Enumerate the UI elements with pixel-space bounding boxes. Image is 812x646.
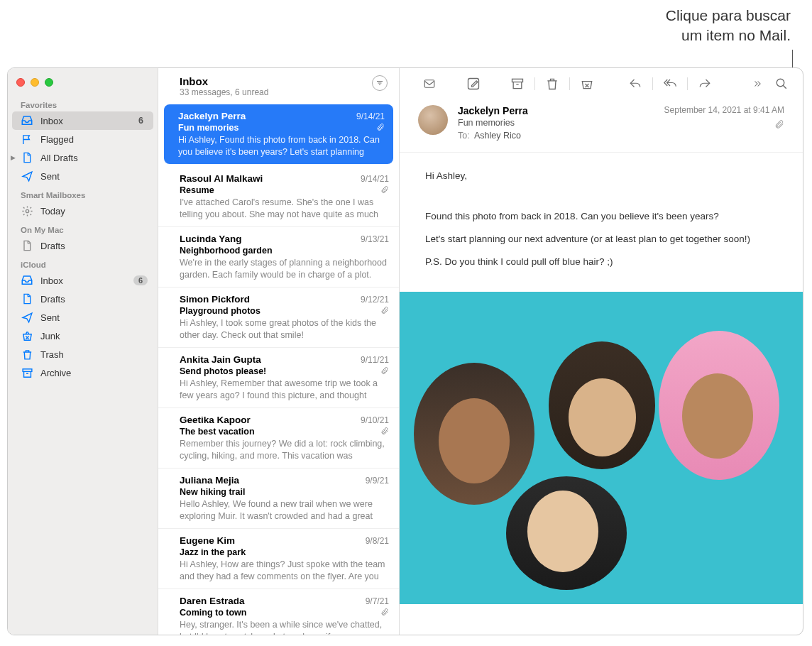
callout-text: Clique para buscar um item no Mail. — [666, 6, 791, 46]
inbox-title: Inbox — [180, 75, 268, 87]
message-date: 9/7/21 — [366, 596, 389, 606]
sidebar-label: Sent — [40, 171, 148, 182]
attached-photo[interactable] — [400, 292, 803, 604]
window-controls — [8, 74, 158, 95]
sidebar-label: All Drafts — [40, 153, 148, 163]
filter-button[interactable] — [372, 75, 388, 91]
sidebar-section-icloud: iCloud — [8, 255, 158, 271]
message-subject: Playground photos — [180, 305, 260, 316]
message-item[interactable]: Geetika Kapoor9/10/21The best vacationRe… — [158, 408, 399, 469]
svg-rect-2 — [424, 80, 434, 88]
sidebar-item-icloud-trash[interactable]: Trash — [8, 345, 158, 363]
message-sender: Lucinda Yang — [180, 234, 242, 244]
sidebar-label: Drafts — [40, 294, 148, 305]
sidebar-label: Flagged — [40, 134, 148, 145]
sidebar-item-all-drafts[interactable]: ▶ All Drafts — [8, 148, 158, 167]
sidebar-item-icloud-sent[interactable]: Sent — [8, 308, 158, 327]
message-item[interactable]: Ankita Jain Gupta9/11/21Send photos plea… — [158, 348, 399, 408]
message-body: Hi Ashley, Found this photo from back in… — [400, 153, 803, 289]
draft-icon — [21, 292, 33, 305]
message-subject: Fun memories — [458, 116, 654, 128]
sidebar-label: Inbox — [40, 116, 131, 126]
message-date: September 14, 2021 at 9:41 AM — [664, 105, 784, 115]
svg-point-0 — [26, 209, 28, 212]
avatar — [418, 105, 448, 135]
message-date: 9/12/21 — [361, 295, 389, 305]
forward-button[interactable] — [695, 75, 715, 92]
sent-icon — [21, 311, 33, 324]
message-subject: Fun memories — [178, 121, 238, 133]
message-item[interactable]: Jackelyn Perra9/14/21Fun memoriesHi Ashl… — [164, 104, 393, 164]
sidebar-item-icloud-drafts[interactable]: Drafts — [8, 290, 158, 308]
sidebar-item-sent[interactable]: Sent — [8, 167, 158, 185]
attachment-icon — [376, 123, 385, 131]
toolbar-separator — [569, 77, 570, 90]
message-sender: Daren Estrada — [180, 596, 245, 606]
message-date-area: September 14, 2021 at 9:41 AM — [664, 105, 784, 131]
reply-button[interactable] — [625, 75, 645, 92]
reply-all-button[interactable] — [660, 75, 680, 92]
reader-pane: Jackelyn Perra Fun memories To: Ashley R… — [400, 68, 803, 635]
message-item[interactable]: Daren Estrada9/7/21Coming to townHey, st… — [158, 589, 399, 635]
sidebar-item-icloud-archive[interactable]: Archive — [8, 363, 158, 382]
message-from: Jackelyn Perra — [458, 105, 654, 116]
more-button[interactable] — [747, 75, 767, 92]
message-item[interactable]: Juliana Mejia9/9/21New hiking trailHello… — [158, 469, 399, 529]
message-preview: Hello Ashley, We found a new trail when … — [180, 497, 389, 521]
message-list[interactable]: Jackelyn Perra9/14/21Fun memoriesHi Ashl… — [158, 102, 399, 635]
sidebar-badge: 6 — [133, 275, 148, 285]
message-item[interactable]: Lucinda Yang9/13/21Neighborhood gardenWe… — [158, 227, 399, 288]
sidebar-item-icloud-junk[interactable]: Junk — [8, 327, 158, 345]
search-button[interactable] — [772, 75, 791, 92]
message-preview: We're in the early stages of planning a … — [180, 256, 389, 280]
sidebar-label: Drafts — [40, 241, 148, 251]
sidebar-label: Archive — [40, 368, 148, 378]
message-subject: The best vacation — [180, 425, 255, 437]
message-item[interactable]: Rasoul Al Malkawi9/14/21ResumeI've attac… — [158, 167, 399, 227]
message-item[interactable]: Eugene Kim9/8/21Jazz in the parkHi Ashle… — [158, 529, 399, 589]
junk-button[interactable] — [577, 75, 597, 92]
compose-button[interactable] — [463, 75, 483, 92]
message-subject: Jazz in the park — [180, 546, 246, 557]
message-list-header: Inbox 33 messages, 6 unread — [158, 68, 399, 102]
sidebar-item-local-drafts[interactable]: Drafts — [8, 236, 158, 255]
sidebar-label: Sent — [40, 312, 148, 323]
message-date: 9/11/21 — [361, 355, 389, 365]
delete-button[interactable] — [542, 75, 562, 92]
sidebar-item-flagged[interactable]: Flagged — [8, 130, 158, 148]
message-preview: Hi Ashley, I took some great photos of t… — [180, 316, 389, 340]
draft-icon — [21, 239, 33, 252]
attachment-icon — [664, 115, 784, 131]
attachment-icon — [380, 366, 389, 375]
attachment-icon — [380, 427, 389, 435]
trash-icon — [21, 348, 33, 361]
sidebar-item-today[interactable]: Today — [8, 202, 158, 220]
minimize-window-button[interactable] — [31, 78, 39, 87]
sidebar-label: Today — [40, 206, 148, 217]
message-item[interactable]: Simon Pickford9/12/21Playground photosHi… — [158, 288, 399, 348]
message-date: 9/14/21 — [361, 174, 389, 184]
mail-window: Favorites Inbox 6 Flagged ▶ All Drafts — [7, 67, 803, 635]
message-date: 9/10/21 — [361, 415, 389, 425]
sidebar-item-icloud-inbox[interactable]: Inbox 6 — [8, 271, 158, 290]
attachment-icon — [380, 608, 389, 616]
flag-icon — [21, 133, 33, 146]
message-preview: Hi Ashley, Remember that awesome trip we… — [180, 376, 389, 400]
maximize-window-button[interactable] — [45, 78, 53, 87]
envelope-button[interactable] — [419, 75, 439, 92]
message-sender: Rasoul Al Malkawi — [180, 173, 263, 184]
message-sender: Jackelyn Perra — [178, 111, 246, 121]
sidebar-item-inbox[interactable]: Inbox 6 — [12, 111, 153, 130]
svg-rect-1 — [23, 368, 32, 371]
close-window-button[interactable] — [16, 78, 25, 87]
message-sender: Geetika Kapoor — [180, 415, 251, 425]
message-preview: I've attached Carol's resume. She's the … — [180, 195, 389, 219]
attachment-icon — [380, 185, 389, 194]
message-preview: Hey, stranger. It's been a while since w… — [180, 618, 389, 635]
toolbar-separator — [687, 77, 688, 90]
archive-button[interactable] — [508, 75, 527, 92]
message-subject: Send photos please! — [180, 365, 266, 376]
sidebar-section-favorites: Favorites — [8, 95, 158, 111]
message-subject: New hiking trail — [180, 486, 245, 497]
message-header: Jackelyn Perra Fun memories To: Ashley R… — [400, 98, 803, 153]
